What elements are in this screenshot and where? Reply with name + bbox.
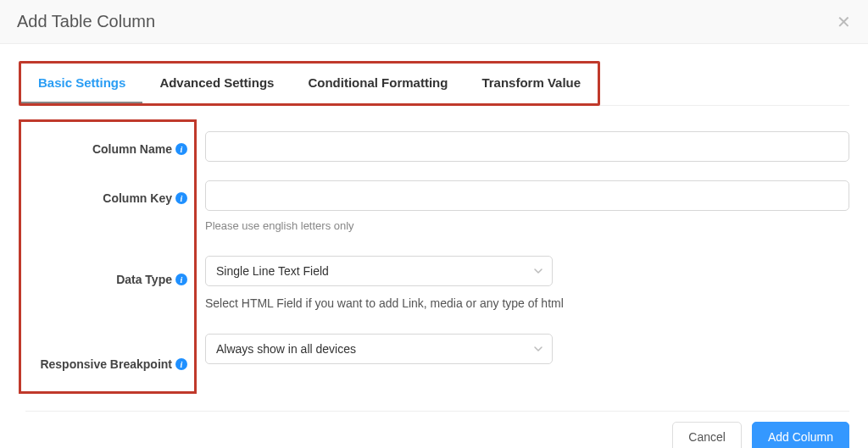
label-data-type: Data Type i xyxy=(21,264,187,295)
info-icon[interactable]: i xyxy=(175,192,187,204)
tab-transform-value[interactable]: Transform Value xyxy=(465,64,598,103)
data-type-helper: Select HTML Field if you want to add Lin… xyxy=(205,296,849,310)
label-responsive-text: Responsive Breakpoint xyxy=(40,357,172,371)
modal-footer: Cancel Add Column xyxy=(0,412,868,448)
cancel-button[interactable]: Cancel xyxy=(672,422,742,448)
label-column-name-text: Column Name xyxy=(92,142,172,156)
chevron-down-icon xyxy=(533,266,543,276)
column-name-input[interactable] xyxy=(205,131,849,162)
label-column-key-text: Column Key xyxy=(103,191,172,205)
form-area: Column Name i Column Key i Data Type i R… xyxy=(19,119,849,394)
info-icon[interactable]: i xyxy=(175,358,187,370)
info-icon[interactable]: i xyxy=(175,143,187,155)
label-column-name: Column Name i xyxy=(21,134,187,164)
tabs-highlight-box: Basic Settings Advanced Settings Conditi… xyxy=(19,61,600,106)
fields-column: Please use english letters only Single L… xyxy=(197,119,849,394)
label-data-type-text: Data Type xyxy=(116,273,172,286)
labels-highlight-box: Column Name i Column Key i Data Type i R… xyxy=(19,119,197,394)
label-responsive: Responsive Breakpoint i xyxy=(21,349,187,379)
chevron-down-icon xyxy=(533,344,543,354)
column-key-helper: Please use english letters only xyxy=(205,219,849,232)
tab-basic-settings[interactable]: Basic Settings xyxy=(21,64,142,103)
info-icon[interactable]: i xyxy=(175,274,187,285)
data-type-value: Single Line Text Field xyxy=(216,264,329,278)
tabs: Basic Settings Advanced Settings Conditi… xyxy=(21,64,598,103)
label-column-key: Column Key i xyxy=(21,183,187,213)
close-icon[interactable]: ✕ xyxy=(837,14,851,30)
responsive-value: Always show in all devices xyxy=(216,342,356,356)
column-key-input[interactable] xyxy=(205,180,849,211)
modal-header: Add Table Column ✕ xyxy=(0,0,868,44)
tab-conditional-formatting[interactable]: Conditional Formatting xyxy=(291,64,465,103)
add-column-button[interactable]: Add Column xyxy=(752,422,849,448)
responsive-select[interactable]: Always show in all devices xyxy=(205,334,553,364)
modal-body: Basic Settings Advanced Settings Conditi… xyxy=(0,44,868,394)
modal-title: Add Table Column xyxy=(17,12,155,31)
data-type-select[interactable]: Single Line Text Field xyxy=(205,256,553,286)
tab-advanced-settings[interactable]: Advanced Settings xyxy=(142,64,291,103)
